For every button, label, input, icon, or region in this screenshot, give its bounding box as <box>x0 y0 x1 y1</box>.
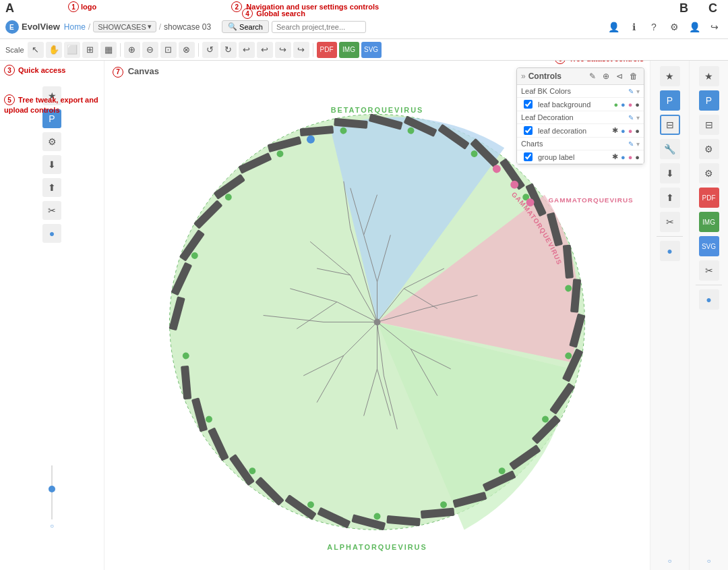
bc-showcase: showcase 03 <box>164 22 211 32</box>
rpc-dot-btn[interactable]: ● <box>699 289 719 310</box>
zoom-tree-btn[interactable]: ⊗ <box>179 42 195 58</box>
settings-btn[interactable]: ⚙ <box>666 19 682 35</box>
anno-6-text: Tree dataset controls <box>569 61 644 63</box>
right-panel-c: ★ P ⊟ ⚙ ⚙ PDF IMG SVG ✂ ● ○ <box>689 61 728 570</box>
export-img-btn[interactable]: IMG <box>339 42 359 58</box>
rpb-pin-btn[interactable]: P <box>660 90 680 111</box>
rpc-pin-btn[interactable]: P <box>699 90 719 111</box>
help-btn[interactable]: ? <box>646 19 662 35</box>
info-btn[interactable]: ℹ <box>626 19 642 35</box>
dc-dot-b2: ● <box>621 127 626 135</box>
dc-dot-p2: ● <box>628 127 633 135</box>
bc-home[interactable]: Home <box>64 22 86 32</box>
bc-sep2: / <box>159 22 161 32</box>
right-panel-b: ★ P ⊟ 🔧 ⬇ ⬆ ✂ ● ○ <box>650 61 689 570</box>
rpb-scissors-btn[interactable]: ✂ <box>660 212 680 232</box>
section-c-label: C <box>708 1 717 16</box>
undo1-btn[interactable]: ↩ <box>239 42 255 58</box>
dc-delete-btn[interactable]: 🗑 <box>628 71 640 82</box>
rpc-sliders-btn[interactable]: ⊟ <box>699 115 719 135</box>
rpc-tool1-btn[interactable]: ⚙ <box>699 139 719 159</box>
anno-6-label: 6 Tree dataset controls <box>555 61 644 64</box>
dc-leafdec-check[interactable] <box>524 126 533 135</box>
rpb-dot-btn[interactable]: ● <box>660 241 680 261</box>
rpc-img-btn[interactable]: IMG <box>699 212 719 232</box>
export-svg-btn[interactable]: SVG <box>361 42 382 58</box>
gdot-13 <box>374 513 381 520</box>
logout-btn[interactable]: ↪ <box>706 19 723 35</box>
dc-charts-icon: ✎ <box>628 140 634 148</box>
grid-btn[interactable]: ⊞ <box>82 42 98 58</box>
dataset-controls-panel: 6 Tree dataset controls » Controls ✎ ⊕ ⊲… <box>516 67 644 165</box>
anno-5-text: Tree tweak, export and upload controls <box>4 96 98 115</box>
dc-dot-d2: ● <box>635 127 640 135</box>
rpc-tool2-btn[interactable]: ⚙ <box>699 163 719 183</box>
rpb-circle-outline[interactable]: ○ <box>667 557 671 565</box>
gammatorquevirus-label: GAMMATORQUEVIRUS <box>548 196 633 204</box>
dc-leafbg-check[interactable] <box>524 100 533 109</box>
rpc-scissors-btn[interactable]: ✂ <box>699 260 719 281</box>
rect2-btn[interactable]: ▦ <box>100 42 117 58</box>
rpc-star-btn[interactable]: ★ <box>699 66 719 86</box>
betatorquevirus-label: BETATORQUEVIRUS <box>331 106 424 114</box>
rpb-tools-btn[interactable]: 🔧 <box>660 139 680 159</box>
rotate-cw-btn[interactable]: ↻ <box>220 42 237 58</box>
anno-1-label: 1 logo <box>68 1 96 12</box>
cursor-btn[interactable]: ↖ <box>28 42 44 58</box>
dc-header: » Controls ✎ ⊕ ⊲ 🗑 <box>517 68 644 85</box>
rpb-download2-btn[interactable]: ⬆ <box>660 188 680 208</box>
rpc-circle-outline[interactable]: ○ <box>706 557 710 565</box>
slider-handle[interactable] <box>49 486 55 492</box>
bc-showcases[interactable]: SHOWCASES ▾ <box>93 21 156 32</box>
circle-1: 1 <box>68 1 79 12</box>
dc-row-leaf-dec-sub: leaf decoration ✱ ● ● ● <box>517 124 644 138</box>
select-rect-btn[interactable]: ⬜ <box>64 42 80 58</box>
dc-row-charts-header: Charts ✎ ▾ <box>517 138 644 150</box>
section-b-label: B <box>679 1 688 16</box>
anno-3-text: Quick access <box>18 66 65 74</box>
search-area: 🔍 🔍 Search Search <box>222 20 366 33</box>
zoom-out-btn[interactable]: ⊖ <box>142 42 158 58</box>
undo2-btn[interactable]: ↩ <box>257 42 273 58</box>
lp-download-btn[interactable]: ⬇ <box>42 155 61 174</box>
zoom-in-btn[interactable]: ⊕ <box>124 42 140 58</box>
dc-dot-s2: ✱ <box>612 126 618 135</box>
dc-leafdec-icon: ✎ <box>628 114 634 121</box>
rpb-star-btn[interactable]: ★ <box>660 66 680 86</box>
bc-sep1: / <box>88 22 90 32</box>
alphatorquevirus-label: ALPHATORQUEVIRUS <box>327 543 427 551</box>
circle-3: 3 <box>4 65 15 76</box>
rpb-download1-btn[interactable]: ⬇ <box>660 163 680 183</box>
rpb-sep <box>657 236 683 237</box>
rpc-svg-btn[interactable]: SVG <box>699 236 719 256</box>
lp-upload-btn[interactable]: ⬆ <box>42 178 61 197</box>
hand-btn[interactable]: ✋ <box>46 42 62 58</box>
dc-grouplabel-check[interactable] <box>524 152 533 161</box>
export-pdf-btn[interactable]: PDF <box>317 42 337 58</box>
search-input[interactable] <box>272 21 366 33</box>
circle-5: 5 <box>4 94 15 105</box>
dc-title: Controls <box>528 72 584 81</box>
rpc-sep <box>696 285 722 285</box>
rotate-ccw-btn[interactable]: ↺ <box>202 42 218 58</box>
dc-edit-btn[interactable]: ✎ <box>587 71 598 82</box>
dc-dot-d1: ● <box>635 101 640 109</box>
slider-track <box>51 465 53 519</box>
lp-sliders-btn[interactable]: ⚙ <box>42 132 61 151</box>
search-button[interactable]: 🔍 🔍 Search Search <box>222 20 269 33</box>
user-btn[interactable]: 👤 <box>686 19 702 35</box>
dc-share-btn[interactable]: ⊲ <box>614 71 625 82</box>
redo1-btn[interactable]: ↪ <box>275 42 291 58</box>
lp-scissors-btn[interactable]: ✂ <box>42 201 61 220</box>
add-user-btn[interactable]: 👤 <box>605 19 621 35</box>
logo-area: E EvolView <box>5 20 60 34</box>
slider-value: ○ <box>50 522 54 530</box>
lp-blue-dot-btn[interactable]: ● <box>42 224 61 243</box>
redo2-btn[interactable]: ↪ <box>293 42 309 58</box>
rpc-pdf-btn[interactable]: PDF <box>699 188 719 208</box>
rpb-sliders-btn[interactable]: ⊟ <box>660 115 680 135</box>
svg-text:E: E <box>9 24 14 31</box>
dc-add-btn[interactable]: ⊕ <box>601 71 611 82</box>
dc-dot-d3: ● <box>635 153 640 161</box>
zoom-fit-btn[interactable]: ⊡ <box>160 42 177 58</box>
